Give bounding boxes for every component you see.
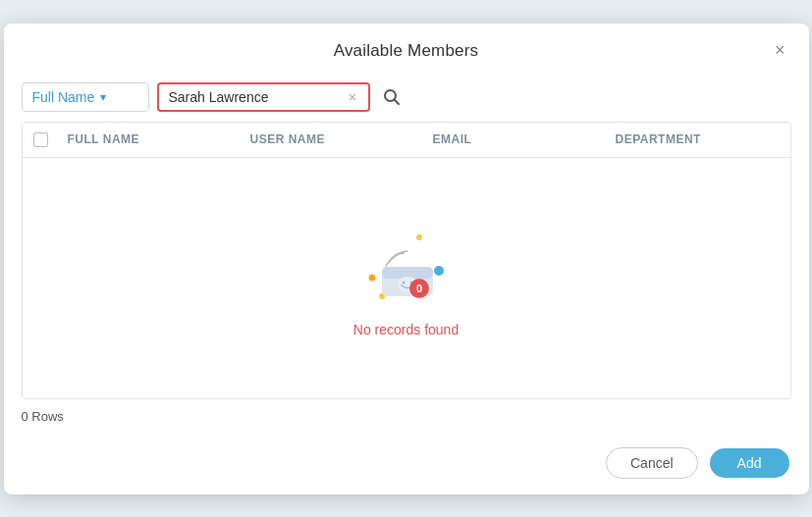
modal-header: Available Members ×: [4, 24, 809, 73]
svg-text:0: 0: [415, 283, 421, 294]
search-button[interactable]: [378, 83, 406, 111]
modal-footer: Cancel Add: [4, 434, 809, 494]
empty-illustration-graphic: 0: [352, 224, 460, 312]
svg-point-4: [434, 266, 444, 276]
add-button[interactable]: Add: [710, 448, 789, 478]
svg-point-3: [368, 274, 375, 281]
modal-title: Available Members: [334, 41, 479, 61]
close-button[interactable]: ×: [769, 39, 791, 61]
svg-point-2: [416, 234, 422, 240]
row-count: 0 Rows: [4, 399, 809, 434]
filter-row: Full Name ▾ ×: [4, 73, 809, 122]
members-table: FULL NAME USER NAME EMAIL DEPARTMENT: [22, 122, 791, 399]
svg-line-1: [395, 99, 400, 104]
filter-dropdown-label: Full Name: [32, 89, 95, 105]
select-all-checkbox[interactable]: [33, 132, 48, 147]
search-icon: [382, 87, 402, 107]
column-checkbox: [23, 123, 60, 157]
search-input-wrapper: ×: [157, 82, 371, 112]
clear-search-button[interactable]: ×: [347, 89, 359, 104]
empty-state: 0 No records found: [352, 204, 460, 347]
modal-overlay: Available Members × Full Name ▾ ×: [0, 0, 812, 517]
chevron-down-icon: ▾: [100, 90, 106, 104]
column-department: DEPARTMENT: [608, 123, 790, 157]
search-input[interactable]: [169, 89, 341, 105]
filter-dropdown[interactable]: Full Name ▾: [22, 82, 149, 112]
table-body: 0 No records found: [23, 158, 790, 393]
no-records-message: No records found: [353, 322, 459, 337]
available-members-modal: Available Members × Full Name ▾ ×: [4, 24, 809, 494]
column-username: USER NAME: [243, 123, 425, 157]
svg-point-9: [402, 281, 405, 284]
cancel-button[interactable]: Cancel: [606, 447, 698, 479]
column-email: EMAIL: [425, 123, 608, 157]
empty-state-svg: 0: [352, 224, 460, 312]
table-header: FULL NAME USER NAME EMAIL DEPARTMENT: [23, 123, 790, 158]
column-fullname: FULL NAME: [60, 123, 243, 157]
